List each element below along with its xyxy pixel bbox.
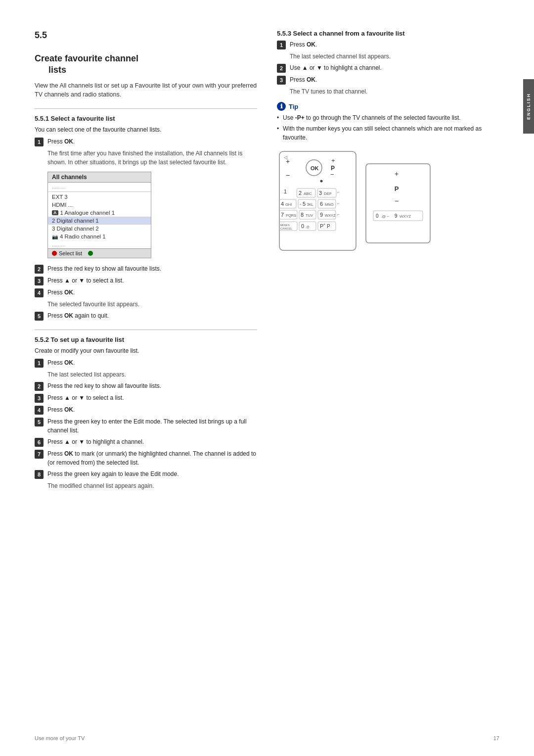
- subsection-553-title: 5.5.3 Select a channel from a favourite …: [277, 30, 499, 37]
- channel-list-item: .........: [48, 240, 151, 248]
- step-indent-552-8: The modified channel list appears again.: [47, 481, 257, 490]
- svg-text:.@ −: .@ −: [381, 214, 390, 219]
- step-num: 1: [35, 138, 44, 146]
- svg-text:−: −: [395, 197, 399, 205]
- step-text: Press OK.: [47, 405, 257, 414]
- step-indent-551-4: The selected favourite list appears.: [47, 300, 257, 309]
- step-num: 1: [277, 41, 286, 49]
- step-indent-552-1: The last selected list appears.: [47, 370, 257, 379]
- channel-list-item: 📷 4 Radio channel 1: [48, 233, 151, 240]
- footer-left: Use more of your TV: [35, 735, 85, 741]
- svg-text:⌐: ⌐: [337, 190, 340, 194]
- page: ENGLISH 5.5 Create favourite channel lis…: [0, 0, 534, 756]
- footer-right: 17: [493, 735, 499, 741]
- step-text: Press ▲ or ▼ to select a list.: [47, 276, 257, 285]
- step-num: 3: [277, 76, 286, 85]
- svg-text:0: 0: [301, 223, 304, 229]
- step-551-3: 3 Press ▲ or ▼ to select a list.: [35, 276, 257, 285]
- step-552-7: 7 Press OK to mark (or unmark) the highl…: [35, 449, 257, 467]
- svg-text:MIXES: MIXES: [280, 224, 290, 227]
- tip-title: ℹ Tip: [277, 102, 499, 111]
- svg-text:P: P: [327, 224, 330, 229]
- tip-icon: ℹ: [277, 102, 286, 111]
- step-553-3: 3 Press OK.: [277, 75, 499, 85]
- svg-text:WXYZ: WXYZ: [325, 213, 336, 218]
- step-553-1: 1 Press OK.: [277, 40, 499, 49]
- channel-list-item-selected: 2 Digital channel 1: [48, 217, 151, 225]
- step-text: Press the red key to show all favourite …: [47, 264, 257, 273]
- svg-text:⌐: ⌐: [337, 212, 340, 217]
- svg-text:PQRS: PQRS: [286, 213, 296, 218]
- channel-list-item: HDMI ...: [48, 201, 151, 209]
- step-552-4: 4 Press OK.: [35, 405, 257, 415]
- subsection-551-title: 5.5.1 Select a favourite list: [35, 115, 257, 122]
- step-indent-551-1: The first time after you have finished t…: [47, 149, 257, 167]
- left-column: 5.5 Create favourite channel lists View …: [35, 30, 257, 493]
- channel-list-widget: All channels ......... EXT 3 HDMI ... A …: [47, 172, 151, 258]
- svg-text:−: −: [286, 171, 290, 179]
- divider-551: [35, 108, 257, 109]
- list-separator: [48, 191, 151, 192]
- step-text: Press OK.: [290, 40, 499, 49]
- tip-item-2: With the number keys you can still selec…: [277, 124, 499, 142]
- content-columns: 5.5 Create favourite channel lists View …: [35, 30, 499, 493]
- svg-text:WXYZ: WXYZ: [400, 214, 411, 219]
- svg-text:◦: ◦: [300, 202, 301, 207]
- step-552-2: 2 Press the red key to show all favourit…: [35, 381, 257, 391]
- step-num: 1: [35, 359, 44, 368]
- step-text: Use ▲ or ▼ to highlight a channel.: [290, 63, 499, 72]
- svg-point-9: [320, 180, 323, 183]
- svg-text:P: P: [395, 185, 399, 192]
- step-551-5: 5 Press OK again to quit.: [35, 311, 257, 321]
- step-num: 3: [35, 394, 44, 403]
- dot-green-icon: [88, 251, 93, 256]
- step-552-6: 6 Press ▲ or ▼ to highlight a channel.: [35, 437, 257, 447]
- svg-text:.: .: [282, 195, 283, 199]
- step-552-5: 5 Press the green key to enter the Edit …: [35, 417, 257, 435]
- step-num: 7: [35, 450, 44, 459]
- svg-text:0: 0: [376, 213, 379, 219]
- tip-item-1: Use -P+ to go through the TV channels of…: [277, 113, 499, 122]
- svg-text:CANCEL: CANCEL: [280, 227, 293, 230]
- svg-text:DEF: DEF: [324, 191, 332, 196]
- side-tab: ENGLISH: [523, 79, 534, 134]
- channel-list-item: A 1 Analogue channel 1: [48, 209, 151, 217]
- section-title: 5.5 Create favourite channel lists: [35, 30, 257, 76]
- svg-text:OK: OK: [311, 165, 319, 171]
- select-list-label: Select list: [59, 250, 82, 256]
- step-indent-553-3: The TV tunes to that channel.: [290, 87, 499, 96]
- channel-list-header: All channels: [48, 172, 151, 183]
- step-text: Press OK.: [47, 358, 257, 367]
- step-551-2: 2 Press the red key to show all favourit…: [35, 264, 257, 274]
- svg-text:MNO: MNO: [325, 202, 334, 207]
- step-551-4: 4 Press OK.: [35, 288, 257, 297]
- svg-text:◁: ◁: [284, 155, 287, 160]
- step-text: Press OK.: [290, 75, 499, 84]
- step-indent-553-1: The last selected channel list appears.: [290, 52, 499, 61]
- step-552-3: 3 Press ▲ or ▼ to select a list.: [35, 393, 257, 403]
- step-text: Press the green key to enter the Edit mo…: [47, 417, 257, 435]
- step-553-2: 2 Use ▲ or ▼ to highlight a channel.: [277, 63, 499, 73]
- step-num: 5: [35, 418, 44, 426]
- step-num: 5: [35, 312, 44, 321]
- step-551-1: 1 Press OK.: [35, 137, 257, 146]
- svg-text:−: −: [330, 171, 334, 178]
- step-text: Press ▲ or ▼ to select a list.: [47, 393, 257, 402]
- step-num: 6: [35, 438, 44, 447]
- step-552-8: 8 Press the green key again to leave the…: [35, 470, 257, 479]
- step-text: Press OK again to quit.: [47, 311, 257, 320]
- step-552-1: 1 Press OK.: [35, 358, 257, 368]
- svg-text:GHI: GHI: [285, 202, 292, 207]
- svg-text:9: 9: [320, 212, 323, 218]
- svg-text:2: 2: [299, 190, 302, 196]
- right-column: 5.5.3 Select a channel from a favourite …: [277, 30, 499, 493]
- step-text: Press OK to mark (or unmark) the highlig…: [47, 449, 257, 467]
- subsection-551-intro: You can select one of the favourite chan…: [35, 125, 257, 134]
- step-text: Press ▲ or ▼ to highlight a channel.: [47, 437, 257, 446]
- section-intro: View the All channels list or set up a F…: [35, 81, 257, 100]
- remote-illustration: + − ◁ OK + P − 1 .: [277, 149, 435, 253]
- svg-text:7: 7: [281, 212, 284, 218]
- section-number-title: 5.5 Create favourite channel: [35, 30, 257, 64]
- svg-text:⌐: ⌐: [337, 201, 340, 206]
- channel-list-footer: Select list: [48, 248, 151, 258]
